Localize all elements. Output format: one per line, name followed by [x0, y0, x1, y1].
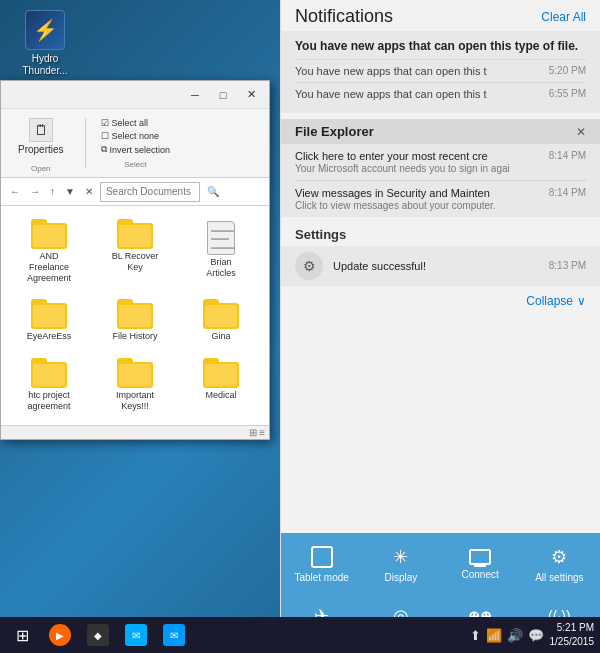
notif-item[interactable]: You have new apps that can open this t 6… — [295, 82, 586, 105]
back-button[interactable]: ← — [7, 185, 23, 198]
folder-icon — [203, 299, 239, 329]
file-explorer-window: ─ □ ✕ 🗒 Properties Open ☑ Select all — [0, 80, 270, 440]
clock-date: 1/25/2015 — [550, 635, 595, 649]
notifications-title: Notifications — [295, 6, 393, 27]
app2-icon: ◆ — [87, 624, 109, 646]
minimize-button[interactable]: ─ — [181, 81, 209, 109]
all-settings-icon: ⚙ — [551, 546, 567, 568]
display-label: Display — [384, 572, 417, 583]
select-none-button[interactable]: ☐ Select none — [98, 130, 174, 142]
tablet-mode-icon — [311, 546, 333, 568]
folder-icon — [117, 358, 153, 388]
connect-button[interactable]: Connect — [442, 535, 519, 592]
ribbon-divider-1 — [85, 118, 86, 168]
file-label: ANDFreelanceAgreement — [27, 251, 71, 283]
select-all-button[interactable]: ☑ Select all — [98, 117, 174, 129]
folder-icon — [203, 358, 239, 388]
notif-fe-item[interactable]: View messages in Security and Mainten 8:… — [295, 180, 586, 217]
taskbar-app2[interactable]: ◆ — [80, 617, 116, 653]
maximize-button[interactable]: □ — [209, 81, 237, 109]
network-icon[interactable]: 📶 — [486, 628, 502, 643]
chevron-down-icon: ∨ — [577, 294, 586, 308]
invert-selection-button[interactable]: ⧉ Invert selection — [98, 143, 174, 156]
folder-icon — [117, 299, 153, 329]
notif-fe-item-sub: Click to view messages about your comput… — [295, 200, 525, 211]
file-item[interactable]: Gina — [181, 294, 261, 347]
file-item[interactable]: File History — [95, 294, 175, 347]
notif-fe-item-sub: Your Microsoft account needs you to sign… — [295, 163, 525, 174]
system-clock[interactable]: 5:21 PM 1/25/2015 — [550, 621, 595, 649]
notif-time: 8:13 PM — [549, 260, 586, 271]
desktop: HydroThunder... ★ SurfaceGeeksapp ─ □ ✕ … — [0, 0, 600, 653]
notifications-header: Notifications Clear All — [281, 0, 600, 31]
address-bar: ← → ↑ ▼ ✕ 🔍 — [1, 178, 269, 206]
view-list-icon[interactable]: ≡ — [259, 427, 265, 438]
notif-item[interactable]: You have new apps that can open this t 5… — [295, 59, 586, 82]
file-item[interactable]: Medical — [181, 353, 261, 417]
mail-icon: ✉ — [163, 624, 185, 646]
forward-button[interactable]: → — [27, 185, 43, 198]
notif-fe-item-row: View messages in Security and Mainten 8:… — [295, 187, 586, 199]
taskbar-mail[interactable]: ✉ — [156, 617, 192, 653]
notif-fe-item-main: Click here to enter your most recent cre — [295, 150, 505, 162]
file-explorer-notif-close[interactable]: ✕ — [576, 125, 586, 139]
ribbon-select-section: ☑ Select all ☐ Select none ⧉ Invert sele… — [98, 117, 174, 169]
view-icons: ⊞ ≡ — [249, 427, 265, 438]
close-addr-button[interactable]: ✕ — [82, 185, 96, 198]
taskbar-app3[interactable]: ✉ — [118, 617, 154, 653]
notif-fe-item[interactable]: Click here to enter your most recent cre… — [295, 144, 586, 180]
start-button[interactable]: ⊞ — [4, 617, 40, 653]
clock-time: 5:21 PM — [550, 621, 595, 635]
file-grid: ANDFreelanceAgreement BL RecoverKey ▬▬▬▬… — [1, 206, 269, 425]
select-none-icon: ☐ — [101, 131, 109, 141]
volume-icon[interactable]: 🔊 — [507, 628, 523, 643]
file-item[interactable]: ImportantKeys!!! — [95, 353, 175, 417]
connect-icon — [469, 549, 491, 565]
ribbon: 🗒 Properties Open ☑ Select all ☐ Select … — [1, 109, 269, 178]
file-label: File History — [112, 331, 157, 342]
close-button[interactable]: ✕ — [237, 81, 265, 109]
notification-center-icon[interactable]: 💬 — [528, 628, 544, 643]
new-apps-group: You have new apps that can open this typ… — [281, 31, 600, 115]
file-label: htc projectagreement — [27, 390, 70, 412]
clear-all-button[interactable]: Clear All — [541, 10, 586, 24]
tablet-mode-button[interactable]: Tablet mode — [283, 535, 360, 592]
file-label: Medical — [205, 390, 236, 401]
system-tray: ⬆ 📶 🔊 💬 — [470, 628, 544, 643]
collapse-button[interactable]: Collapse ∨ — [281, 290, 600, 312]
display-icon: ✳ — [393, 546, 408, 568]
file-item[interactable]: EyeAreEss — [9, 294, 89, 347]
folder-icon — [31, 219, 67, 249]
display-button[interactable]: ✳ Display — [362, 535, 439, 592]
notif-time: 5:20 PM — [549, 65, 586, 76]
notif-time: 6:55 PM — [549, 88, 586, 99]
upload-icon[interactable]: ⬆ — [470, 628, 481, 643]
dropdown-button[interactable]: ▼ — [62, 185, 78, 198]
search-input[interactable] — [100, 182, 200, 202]
hydro-thunder-icon[interactable]: HydroThunder... — [10, 10, 80, 77]
folder-icon — [31, 358, 67, 388]
ribbon-open-section: 🗒 Properties Open — [9, 113, 73, 173]
file-item[interactable]: htc projectagreement — [9, 353, 89, 417]
properties-icon: 🗒 — [29, 118, 53, 142]
view-grid-icon[interactable]: ⊞ — [249, 427, 257, 438]
invert-icon: ⧉ — [101, 144, 107, 155]
properties-button[interactable]: 🗒 Properties — [9, 113, 73, 160]
file-item[interactable]: ANDFreelanceAgreement — [9, 214, 89, 288]
taskbar-vlc[interactable]: ▶ — [42, 617, 78, 653]
window-titlebar: ─ □ ✕ — [1, 81, 269, 109]
up-button[interactable]: ↑ — [47, 185, 58, 198]
file-item[interactable]: BL RecoverKey — [95, 214, 175, 288]
notif-fe-item-main: View messages in Security and Mainten — [295, 187, 505, 199]
connect-label: Connect — [462, 569, 499, 580]
notifications-panel: Notifications Clear All You have new app… — [280, 0, 600, 653]
settings-notif-item[interactable]: ⚙ Update successful! 8:13 PM — [281, 246, 600, 286]
tablet-mode-label: Tablet mode — [294, 572, 348, 583]
hydro-thunder-app-icon — [25, 10, 65, 50]
app3-icon: ✉ — [125, 624, 147, 646]
search-icon[interactable]: 🔍 — [204, 185, 222, 198]
all-settings-button[interactable]: ⚙ All settings — [521, 535, 598, 592]
properties-label: Properties — [18, 144, 64, 155]
ribbon-select-buttons: ☑ Select all ☐ Select none ⧉ Invert sele… — [98, 117, 174, 156]
file-item[interactable]: ▬▬▬▬▬▬▬▬▬▬▬ BrianArticles — [181, 214, 261, 288]
